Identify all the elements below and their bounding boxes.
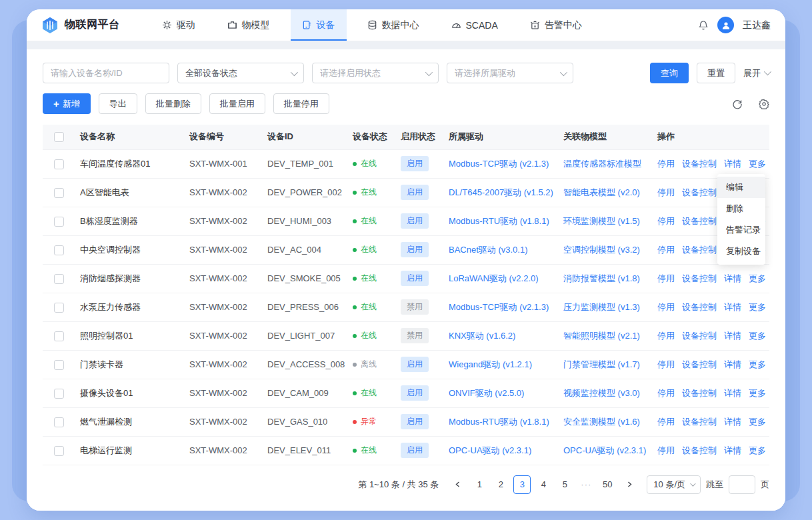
row-action-device-control[interactable]: 设备控制 <box>682 330 717 342</box>
select-all-checkbox[interactable] <box>54 132 64 142</box>
context-menu-item-alarm-records[interactable]: 告警记录 <box>717 219 765 241</box>
reset-button[interactable]: 重置 <box>697 63 735 83</box>
row-action-more[interactable]: 更多 <box>749 273 766 285</box>
row-action-more[interactable]: 更多 <box>749 416 766 428</box>
row-checkbox[interactable] <box>54 360 64 370</box>
row-action-more[interactable]: 更多 <box>749 387 766 399</box>
row-action-stop[interactable]: 停用 <box>657 359 675 371</box>
username[interactable]: 王达鑫 <box>743 19 771 31</box>
row-action-stop[interactable]: 停用 <box>657 273 675 285</box>
page-size-select[interactable]: 10 条/页 <box>647 475 701 494</box>
row-checkbox[interactable] <box>54 159 64 169</box>
row-action-device-control[interactable]: 设备控制 <box>682 187 717 199</box>
model-link[interactable]: 视频监控模型 (v3.0) <box>563 388 640 398</box>
model-link[interactable]: 消防报警模型 (v1.8) <box>563 273 640 283</box>
enable-status-select[interactable]: 请选择启用状态 <box>312 63 439 83</box>
row-action-more[interactable]: 更多 <box>749 330 766 342</box>
row-action-more[interactable]: 更多 <box>749 445 766 457</box>
prev-page-button[interactable] <box>449 475 465 494</box>
search-input[interactable] <box>43 63 169 83</box>
row-action-device-control[interactable]: 设备控制 <box>682 158 717 170</box>
export-button[interactable]: 导出 <box>99 93 137 114</box>
row-checkbox[interactable] <box>54 217 64 227</box>
nav-tab-scada[interactable]: SCADA <box>440 9 509 41</box>
row-action-stop[interactable]: 停用 <box>657 416 675 428</box>
row-checkbox[interactable] <box>54 245 64 255</box>
page-button-5[interactable]: 5 <box>556 475 573 494</box>
page-button-50[interactable]: 50 <box>599 475 616 494</box>
batch-disable-button[interactable]: 批量停用 <box>273 93 329 114</box>
nav-tab-alarm-center[interactable]: 告警中心 <box>519 9 593 41</box>
row-action-stop[interactable]: 停用 <box>657 301 675 313</box>
row-action-detail[interactable]: 详情 <box>724 158 741 170</box>
expand-toggle[interactable]: 展开 <box>743 67 769 79</box>
context-menu-item-copy-device[interactable]: 复制设备 <box>717 241 765 262</box>
row-action-more[interactable]: 更多 <box>749 158 766 170</box>
driver-link[interactable]: Modbus-TCP驱动 (v2.1.3) <box>449 302 549 312</box>
model-link[interactable]: 压力监测模型 (v1.3) <box>563 302 640 312</box>
driver-link[interactable]: Wiegand驱动 (v1.2.1) <box>449 359 532 369</box>
model-link[interactable]: 智能照明模型 (v2.1) <box>563 331 640 341</box>
row-action-detail[interactable]: 详情 <box>724 273 741 285</box>
row-action-device-control[interactable]: 设备控制 <box>682 387 717 399</box>
query-button[interactable]: 查询 <box>650 63 689 83</box>
row-action-detail[interactable]: 详情 <box>724 445 741 457</box>
row-action-device-control[interactable]: 设备控制 <box>682 416 717 428</box>
row-action-device-control[interactable]: 设备控制 <box>682 359 717 371</box>
row-action-detail[interactable]: 详情 <box>724 330 741 342</box>
device-status-select[interactable]: 全部设备状态 <box>177 63 304 83</box>
user-avatar[interactable] <box>717 17 734 33</box>
row-action-detail[interactable]: 详情 <box>724 359 741 371</box>
nav-tab-driver[interactable]: 驱动 <box>151 9 207 41</box>
next-page-button[interactable] <box>621 475 637 494</box>
context-menu-item-edit[interactable]: 编辑 <box>717 177 765 198</box>
driver-link[interactable]: Modbus-RTU驱动 (v1.8.1) <box>449 417 549 427</box>
row-checkbox[interactable] <box>54 331 64 341</box>
settings-gear-icon[interactable] <box>759 99 769 109</box>
row-action-stop[interactable]: 停用 <box>657 387 675 399</box>
row-action-stop[interactable]: 停用 <box>657 244 675 256</box>
row-action-more[interactable]: 更多 <box>749 359 766 371</box>
driver-link[interactable]: KNX驱动 (v1.6.2) <box>449 331 515 341</box>
row-action-device-control[interactable]: 设备控制 <box>682 445 717 457</box>
nav-tab-data-center[interactable]: 数据中心 <box>356 9 431 41</box>
refresh-icon[interactable] <box>732 99 743 109</box>
model-link[interactable]: 环境监测模型 (v1.5) <box>563 216 640 226</box>
driver-select[interactable]: 请选择所属驱动 <box>447 63 573 83</box>
row-action-stop[interactable]: 停用 <box>657 445 675 457</box>
model-link[interactable]: 安全监测模型 (v1.6) <box>563 417 640 427</box>
row-checkbox[interactable] <box>54 389 64 399</box>
driver-link[interactable]: OPC-UA驱动 (v2.3.1) <box>449 445 531 455</box>
row-action-stop[interactable]: 停用 <box>657 187 675 199</box>
add-device-button[interactable]: + 新增 <box>43 93 91 114</box>
page-button-3[interactable]: 3 <box>513 475 531 494</box>
row-checkbox[interactable] <box>54 274 64 284</box>
page-button-4[interactable]: 4 <box>535 475 552 494</box>
row-checkbox[interactable] <box>54 446 64 456</box>
row-checkbox[interactable] <box>54 303 64 313</box>
row-action-stop[interactable]: 停用 <box>657 158 675 170</box>
row-action-device-control[interactable]: 设备控制 <box>682 244 717 256</box>
driver-link[interactable]: Modbus-TCP驱动 (v2.1.3) <box>449 159 549 169</box>
jump-page-input[interactable] <box>729 475 755 494</box>
model-link[interactable]: OPC-UA驱动 (v2.3.1) <box>563 445 646 455</box>
model-link[interactable]: 智能电表模型 (v2.0) <box>563 187 640 197</box>
row-checkbox[interactable] <box>54 417 64 427</box>
model-link[interactable]: 空调控制模型 (v3.2) <box>563 245 640 255</box>
driver-link[interactable]: ONVIF驱动 (v2.5.0) <box>449 388 524 398</box>
batch-delete-button[interactable]: 批量删除 <box>145 93 201 114</box>
page-button-2[interactable]: 2 <box>492 475 509 494</box>
row-action-device-control[interactable]: 设备控制 <box>682 273 717 285</box>
row-action-detail[interactable]: 详情 <box>724 387 741 399</box>
page-button-1[interactable]: 1 <box>471 475 488 494</box>
model-link[interactable]: 门禁管理模型 (v1.7) <box>563 359 640 369</box>
driver-link[interactable]: Modbus-RTU驱动 (v1.8.1) <box>449 216 549 226</box>
nav-tab-device[interactable]: 设备 <box>291 9 347 41</box>
row-action-detail[interactable]: 详情 <box>724 301 741 313</box>
driver-link[interactable]: DL/T645-2007驱动 (v1.5.2) <box>449 187 553 197</box>
row-action-more[interactable]: 更多 <box>749 301 766 313</box>
notification-bell-icon[interactable] <box>698 20 709 31</box>
row-action-stop[interactable]: 停用 <box>657 215 675 227</box>
context-menu-item-delete[interactable]: 删除 <box>717 198 765 219</box>
driver-link[interactable]: LoRaWAN驱动 (v2.2.0) <box>449 273 539 283</box>
